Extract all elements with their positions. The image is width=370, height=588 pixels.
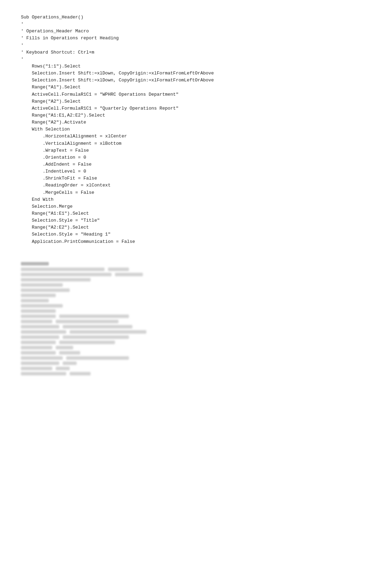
blurred-row [21,309,370,313]
blurred-block [21,299,49,302]
code-line: ' Fills in Operations report Heading [21,35,349,42]
blurred-block [59,315,129,318]
blurred-block [21,309,56,313]
code-line: Application.PrintCommunication = False [21,238,349,245]
code-line: .WrapText = False [21,147,349,154]
blurred-row [21,315,370,318]
blurred-block [21,351,56,355]
blurred-row [21,294,370,297]
blurred-row [21,325,370,328]
blurred-block [63,325,132,328]
blurred-block [21,356,63,360]
code-line: .HorizontalAlignment = xlCenter [21,133,349,140]
code-line: ActiveCell.FormulaR1C1 = "WPHRC Operatio… [21,91,349,98]
blurred-row [21,273,370,276]
blurred-row [21,356,370,360]
blurred-block [63,335,129,339]
code-line: Range("A1").Select [21,84,349,91]
blurred-block [21,288,70,292]
code-line: With Selection [21,126,349,133]
code-editor: Sub Operations_Header()'' Operations_Hea… [0,0,370,259]
code-line: Range("A2").Select [21,98,349,105]
code-line: .Orientation = 0 [21,154,349,161]
code-line: Selection.Style = "Heading 1" [21,231,349,238]
code-line: .ShrinkToFit = False [21,175,349,182]
code-content: Sub Operations_Header()'' Operations_Hea… [21,14,349,245]
blurred-row [21,346,370,349]
code-line: Sub Operations_Header() [21,14,349,21]
blurred-block [21,325,59,328]
code-line: .IndentLevel = 0 [21,168,349,175]
blurred-block [59,341,115,344]
blurred-block [21,283,63,287]
blurred-block [63,361,77,365]
blurred-block [56,320,118,323]
code-line: Range("A1:E1,A2:E2").Select [21,112,349,119]
blurred-block [21,361,59,365]
blurred-block [21,268,105,271]
blurred-row [21,367,370,370]
code-line: ' [21,42,349,49]
code-line: .ReadingOrder = xlContext [21,182,349,189]
blurred-block [59,351,80,355]
blurred-row [21,262,49,265]
blurred-row [21,320,370,323]
blurred-block [21,372,66,375]
blurred-row [21,299,370,302]
blurred-block [21,294,56,297]
blurred-row [21,268,370,271]
blurred-row [21,351,370,355]
blurred-block [66,356,129,360]
blurred-row [21,283,370,287]
blurred-content [0,262,370,375]
code-line: Range("A1:E1").Select [21,210,349,217]
code-line: Selection.Style = "Title" [21,217,349,224]
blurred-block [21,278,91,281]
blurred-block [21,304,63,308]
code-line: ' [21,56,349,63]
blurred-row [21,304,370,308]
blurred-row [21,335,370,339]
blurred-block [56,346,73,349]
code-line: .MergeCells = False [21,189,349,196]
blurred-block [70,330,146,334]
code-line: .AddIndent = False [21,161,349,168]
blurred-block [21,335,59,339]
code-line: End With [21,196,349,203]
blurred-block [108,268,129,271]
blurred-block [21,320,52,323]
blurred-block [21,273,111,276]
blurred-row [21,278,370,281]
code-line: ' [21,21,349,28]
blurred-block [21,346,52,349]
code-line: Range("A2:E2").Select [21,224,349,231]
code-line: ' Operations_Header Macro [21,28,349,35]
code-line: Selection.Insert Shift:=xlDown, CopyOrig… [21,70,349,77]
blurred-row [21,288,370,292]
code-line: .VerticalAlignment = xlBottom [21,140,349,147]
blurred-block [21,367,52,370]
code-line: Rows("1:1").Select [21,63,349,70]
blurred-block [70,372,91,375]
code-line: Selection.Insert Shift:=xlDown, CopyOrig… [21,77,349,84]
blurred-row [21,341,370,344]
blurred-row [21,330,370,334]
blurred-block [21,341,56,344]
code-line: Range("A2").Activate [21,119,349,126]
blurred-row [21,372,370,375]
code-line: ActiveCell.FormulaR1C1 = "Quarterly Oper… [21,105,349,112]
blurred-block [21,330,66,334]
code-line: ' Keyboard Shortcut: Ctrl+m [21,49,349,56]
blurred-block [21,315,56,318]
blurred-block [56,367,70,370]
code-line: Selection.Merge [21,203,349,210]
blurred-block [115,273,143,276]
blurred-row [21,361,370,365]
